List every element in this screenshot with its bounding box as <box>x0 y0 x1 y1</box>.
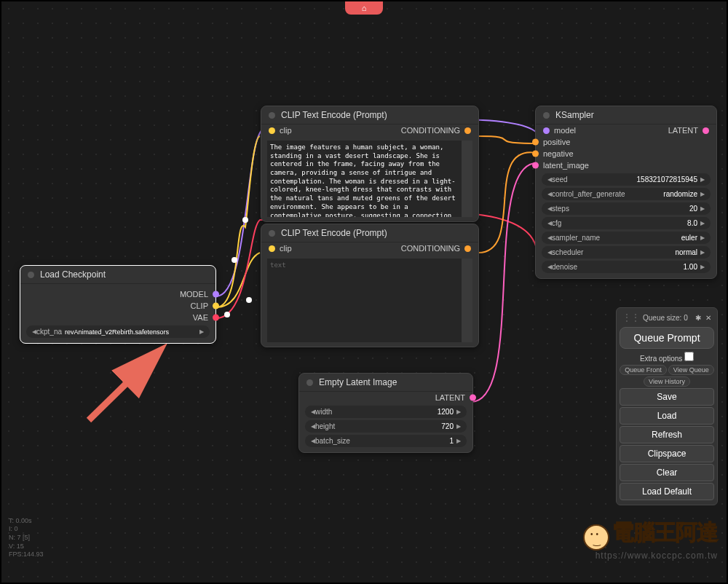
extra-options[interactable]: Extra options <box>620 352 714 363</box>
close-icon[interactable]: ✕ <box>705 314 711 322</box>
node-clip-text-encode-positive[interactable]: CLIP Text Encode (Prompt) clip CONDITION… <box>261 106 479 222</box>
node-title: Load Checkpoint <box>40 269 106 280</box>
input-negative[interactable]: negative <box>536 148 716 159</box>
slot-clip-cond[interactable]: clip CONDITIONING <box>261 242 478 254</box>
node-title: KSampler <box>555 110 594 120</box>
load-button[interactable]: Load <box>620 407 714 425</box>
node-clip-text-encode-negative[interactable]: CLIP Text Encode (Prompt) clip CONDITION… <box>261 224 479 347</box>
node-load-checkpoint[interactable]: Load Checkpoint MODEL CLIP VAE ◀ckpt_nar… <box>20 265 216 344</box>
slot-model-latent[interactable]: model LATENT <box>536 125 716 136</box>
node-header[interactable]: CLIP Text Encode (Prompt) <box>261 106 478 125</box>
clipspace-button[interactable]: Clipspace <box>620 445 714 462</box>
collapse-dot-icon[interactable] <box>269 230 275 237</box>
node-header[interactable]: Load Checkpoint <box>20 266 215 284</box>
panel-header[interactable]: ⋮⋮ Queue size: 0 ✱ ✕ <box>620 311 714 324</box>
collapse-dot-icon[interactable] <box>543 112 550 119</box>
load-default-button[interactable]: Load Default <box>620 483 714 500</box>
collapse-dot-icon[interactable] <box>306 379 313 386</box>
node-header[interactable]: Empty Latent Image <box>299 374 472 392</box>
denoise-widget[interactable]: ◀denoise1.00▶ <box>542 261 711 273</box>
top-tab-handle[interactable]: ⌂ <box>345 1 383 15</box>
queue-size-label: Queue size: 0 <box>643 314 691 322</box>
sampler-name-widget[interactable]: ◀sampler_nameeuler▶ <box>542 232 711 244</box>
cfg-widget[interactable]: ◀cfg8.0▶ <box>542 217 711 229</box>
batch-size-widget[interactable]: ◀batch_size1▶ <box>305 435 467 447</box>
node-header[interactable]: CLIP Text Encode (Prompt) <box>261 224 478 242</box>
watermark: 電腦王阿達 https://www.koccpc.com.tw <box>583 518 718 561</box>
queue-prompt-button[interactable]: Queue Prompt <box>620 327 714 349</box>
scheduler-widget[interactable]: ◀schedulernormal▶ <box>542 246 711 259</box>
gear-icon[interactable]: ✱ <box>695 314 701 322</box>
width-widget[interactable]: ◀width1200▶ <box>305 406 467 418</box>
node-title: CLIP Text Encode (Prompt) <box>281 228 387 238</box>
node-ksampler[interactable]: KSampler model LATENT positive negative … <box>535 106 717 279</box>
steps-widget[interactable]: ◀steps20▶ <box>542 202 711 215</box>
ckpt-name-selector[interactable]: ◀ckpt_narevAnimated_v2Rebirth.safetensor… <box>26 325 210 338</box>
extra-options-checkbox[interactable] <box>684 352 694 361</box>
control-after-generate-widget[interactable]: ◀control_after_generaterandomize▶ <box>542 188 711 200</box>
view-queue-button[interactable]: View Queue <box>668 365 714 375</box>
seed-widget[interactable]: ◀seed158321072815945▶ <box>542 173 711 186</box>
output-model[interactable]: MODEL <box>20 288 215 300</box>
drag-grip-icon[interactable]: ⋮⋮ <box>622 312 640 323</box>
collapse-dot-icon[interactable] <box>28 272 34 278</box>
node-header[interactable]: KSampler <box>536 106 716 125</box>
height-widget[interactable]: ◀height720▶ <box>305 420 467 433</box>
refresh-button[interactable]: Refresh <box>620 426 714 443</box>
prompt-textarea[interactable]: The image features a human subject, a wo… <box>267 141 472 217</box>
node-title: Empty Latent Image <box>319 377 397 387</box>
slot-clip-cond[interactable]: clip CONDITIONING <box>261 125 478 136</box>
queue-front-button[interactable]: Queue Front <box>620 365 667 375</box>
control-panel[interactable]: ⋮⋮ Queue size: 0 ✱ ✕ Queue Prompt Extra … <box>616 307 718 505</box>
input-positive[interactable]: positive <box>536 136 716 148</box>
prompt-textarea[interactable]: text <box>267 259 472 342</box>
output-vae[interactable]: VAE <box>20 312 215 323</box>
output-clip[interactable]: CLIP <box>20 300 215 312</box>
view-history-button[interactable]: View History <box>644 376 690 387</box>
node-empty-latent-image[interactable]: Empty Latent Image LATENT ◀width1200▶ ◀h… <box>298 373 473 453</box>
save-button[interactable]: Save <box>620 388 714 406</box>
clear-button[interactable]: Clear <box>620 464 714 481</box>
input-latent-image[interactable]: latent_image <box>536 159 716 171</box>
node-title: CLIP Text Encode (Prompt) <box>281 110 387 120</box>
stats-overlay: T: 0.00sI: 0N: 7 [5]V: 15FPS:144.93 <box>9 517 44 559</box>
output-latent[interactable]: LATENT <box>299 392 472 403</box>
collapse-dot-icon[interactable] <box>269 112 275 119</box>
watermark-face-icon <box>583 524 609 551</box>
